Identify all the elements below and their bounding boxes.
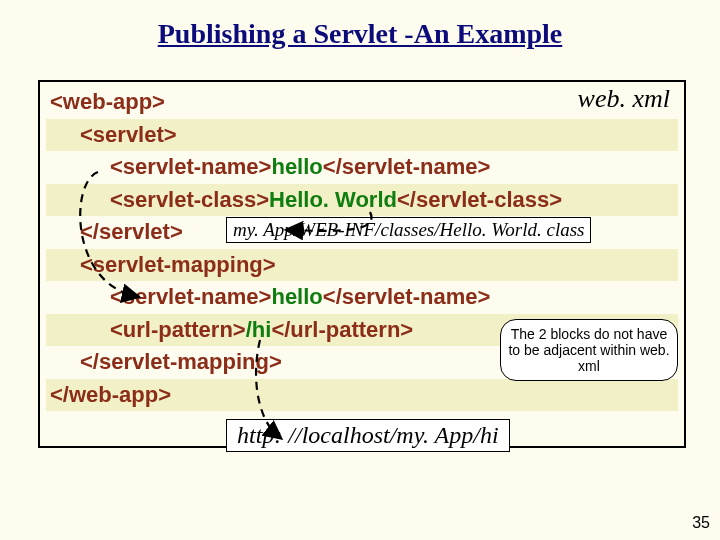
- page-number: 35: [692, 514, 710, 532]
- code-panel: web. xml <web-app> <servlet> <servlet-na…: [38, 80, 686, 448]
- slide-title: Publishing a Servlet -An Example: [0, 18, 720, 50]
